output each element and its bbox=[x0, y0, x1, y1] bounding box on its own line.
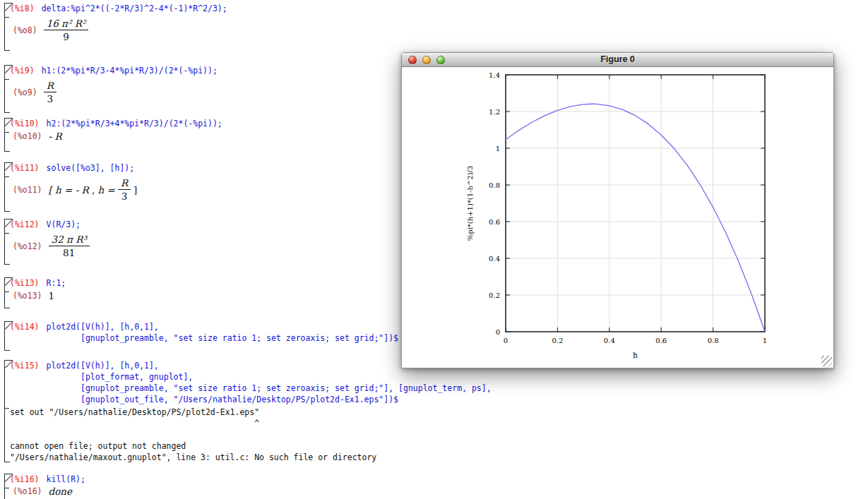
gnuplot-error-output: set out "/Users/nathalie/Desktop/PS/plot… bbox=[10, 407, 868, 463]
window-title: Figure 0 bbox=[402, 54, 833, 64]
maxima-cell[interactable]: (%i15)plot2d([V(h)], [h,0,1], [plot_form… bbox=[10, 360, 868, 462]
input-code[interactable]: R:1; bbox=[47, 277, 66, 289]
output-label: (%o11) bbox=[13, 184, 42, 196]
plot-svg: 00.20.40.60.8100.20.40.60.811.21.4h%pi*(… bbox=[402, 67, 833, 367]
output-fraction: R3 bbox=[44, 80, 57, 104]
input-code[interactable]: h2:(2*%pi*R/3+4*%pi*R/3)/(2*(-%pi)); bbox=[47, 118, 222, 129]
input-label: (%i10) bbox=[10, 118, 40, 129]
figure-titlebar[interactable]: Figure 0 bbox=[402, 53, 833, 67]
output-expr-right: ] bbox=[133, 184, 137, 196]
input-label: (%i8) bbox=[10, 3, 35, 14]
y-tick-label: 0.2 bbox=[489, 291, 500, 299]
y-tick-label: 0.6 bbox=[489, 218, 500, 226]
x-tick-label: 1 bbox=[763, 337, 767, 344]
output-value: done bbox=[49, 486, 72, 497]
output-label: (%o9) bbox=[13, 87, 37, 98]
y-tick-label: 1.4 bbox=[489, 71, 500, 79]
maxima-cell[interactable]: (%i16)kill(R); (%o16) done bbox=[10, 474, 868, 499]
input-code[interactable]: delta:%pi^2*((-2*R/3)^2-4*(-1)*R^2/3); bbox=[42, 3, 227, 14]
input-code[interactable]: V(R/3); bbox=[47, 219, 81, 230]
x-tick-label: 0.4 bbox=[604, 337, 615, 344]
cell-bracket[interactable] bbox=[4, 219, 13, 265]
cell-bracket[interactable] bbox=[4, 118, 13, 152]
input-label: (%i13) bbox=[10, 277, 40, 289]
y-tick-label: 0.4 bbox=[489, 255, 500, 263]
figure-window: Figure 0 00.20.40.60.8100.20.40.60.811.2… bbox=[401, 52, 834, 368]
cell-bracket[interactable] bbox=[4, 277, 13, 308]
input-code[interactable]: h1:(2*%pi*R/3-4*%pi*R/3)/(2*(-%pi)); bbox=[42, 65, 218, 76]
x-tick-label: 0.2 bbox=[552, 337, 563, 344]
cell-bracket[interactable] bbox=[4, 3, 13, 51]
output-fraction: 16 π² R²9 bbox=[44, 18, 89, 42]
output-value: 1 bbox=[49, 290, 55, 301]
x-tick-label: 0 bbox=[504, 337, 508, 344]
resize-grip[interactable] bbox=[821, 356, 832, 366]
output-fraction: 32 π R³81 bbox=[49, 234, 90, 258]
y-tick-label: 1 bbox=[496, 145, 500, 152]
y-axis-label: %pi*(h+1)*(1-h^2)/3 bbox=[466, 166, 474, 241]
output-value: - R bbox=[49, 131, 62, 142]
cell-bracket[interactable] bbox=[4, 321, 13, 351]
input-label: (%i9) bbox=[10, 65, 35, 76]
output-label: (%o13) bbox=[13, 290, 42, 301]
input-label: (%i14) bbox=[10, 321, 40, 332]
cell-bracket[interactable] bbox=[4, 162, 13, 212]
y-tick-label: 0 bbox=[496, 328, 500, 336]
maxima-cell[interactable]: (%i8)delta:%pi^2*((-2*R/3)^2-4*(-1)*R^2/… bbox=[10, 3, 868, 51]
plot-line bbox=[506, 104, 765, 332]
input-label: (%i12) bbox=[10, 219, 40, 230]
input-label: (%i11) bbox=[10, 162, 40, 174]
output-label: (%o12) bbox=[13, 241, 42, 252]
plot-border bbox=[506, 75, 765, 332]
cell-bracket[interactable] bbox=[4, 65, 13, 113]
input-code[interactable]: solve([%o3], [h]); bbox=[47, 162, 135, 174]
cell-bracket[interactable] bbox=[4, 360, 13, 462]
output-expr-left: [ h = - R , h = bbox=[49, 184, 115, 196]
x-tick-label: 0.8 bbox=[708, 337, 719, 344]
output-fraction: R3 bbox=[118, 177, 131, 202]
input-code[interactable]: kill(R); bbox=[47, 474, 85, 485]
output-label: (%o16) bbox=[13, 486, 42, 497]
y-tick-label: 1.2 bbox=[489, 108, 500, 116]
cell-bracket[interactable] bbox=[4, 474, 13, 499]
input-code[interactable]: plot2d([V(h)], [h,0,1], [gnuplot_preambl… bbox=[47, 321, 399, 344]
input-label: (%i16) bbox=[10, 474, 40, 485]
output-label: (%o8) bbox=[13, 25, 37, 36]
output-label: (%o10) bbox=[13, 131, 42, 142]
plot-canvas: 00.20.40.60.8100.20.40.60.811.21.4h%pi*(… bbox=[402, 67, 833, 368]
y-tick-label: 0.8 bbox=[489, 181, 500, 189]
input-label: (%i15) bbox=[10, 360, 40, 371]
x-tick-label: 0.6 bbox=[655, 337, 667, 344]
x-axis-label: h bbox=[633, 351, 638, 359]
